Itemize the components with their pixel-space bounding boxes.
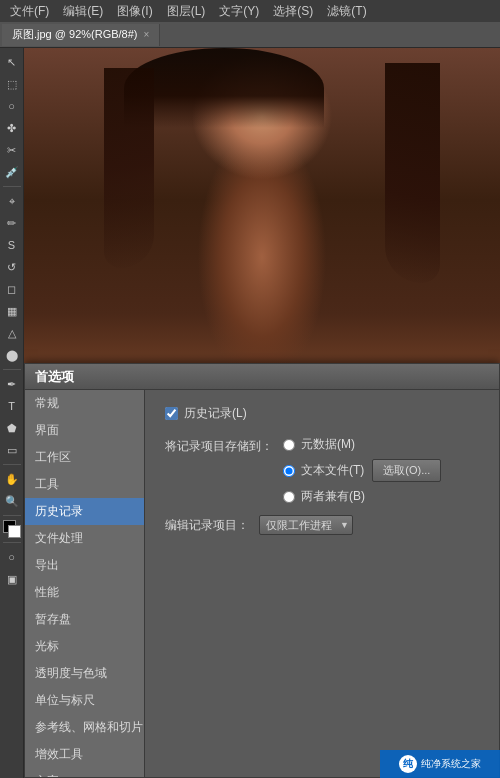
tool-hand[interactable]: ✋ [2,469,22,489]
tool-quick-mask[interactable]: ○ [2,547,22,567]
tool-history-brush[interactable]: ↺ [2,257,22,277]
dialog-sidebar: 常规 界面 工作区 工具 历史记录 文件处理 导出 性能 暂存盘 光标 透明度与… [25,390,145,777]
menu-item-select[interactable]: 选择(S) [267,1,319,22]
edit-items-dropdown[interactable]: 仅限工作进程 会话 详细 [259,515,353,535]
menu-bar: 文件(F) 编辑(E) 图像(I) 图层(L) 文字(Y) 选择(S) 滤镜(T… [0,0,500,22]
tool-spot-heal[interactable]: ⌖ [2,191,22,211]
canvas-area: 首选项 常规 界面 工作区 工具 历史记录 文件处理 导出 性能 暂存盘 光标 … [24,48,500,778]
sidebar-item-workspace[interactable]: 工作区 [25,444,144,471]
tool-screen-mode[interactable]: ▣ [2,569,22,589]
tab-bar: 原图.jpg @ 92%(RGB/8#) × [0,22,500,48]
sidebar-item-history[interactable]: 历史记录 [25,498,144,525]
history-log-row: 历史记录(L) [165,405,479,422]
sidebar-item-interface[interactable]: 界面 [25,417,144,444]
history-log-label[interactable]: 历史记录(L) [165,405,247,422]
tab-active[interactable]: 原图.jpg @ 92%(RGB/8#) × [2,24,160,46]
sidebar-item-tools[interactable]: 工具 [25,471,144,498]
sidebar-item-type[interactable]: 文字 [25,768,144,777]
both-label[interactable]: 两者兼有(B) [283,488,365,505]
edit-items-dropdown-wrapper: 仅限工作进程 会话 详细 ▼ [259,515,353,535]
sidebar-item-guides[interactable]: 参考线、网格和切片 [25,714,144,741]
save-to-section: 将记录项目存储到： 元数据(M) [165,436,479,505]
watermark-text: 纯净系统之家 [421,757,481,771]
meta-data-label[interactable]: 元数据(M) [283,436,355,453]
tool-stamp[interactable]: S [2,235,22,255]
tab-label: 原图.jpg @ 92%(RGB/8#) [12,27,138,42]
tool-brush[interactable]: ✏ [2,213,22,233]
tool-pen[interactable]: ✒ [2,374,22,394]
radio-options-group: 元数据(M) 文本文件(T) 选取(O)... [283,436,479,505]
meta-data-text: 元数据(M) [301,436,355,453]
tool-dodge[interactable]: ⬤ [2,345,22,365]
dialog-title: 首选项 [35,368,74,386]
tool-eraser[interactable]: ◻ [2,279,22,299]
toolbar-separator-4 [3,515,21,516]
menu-item-image[interactable]: 图像(I) [111,1,158,22]
tool-path-selection[interactable]: ⬟ [2,418,22,438]
tool-blur[interactable]: △ [2,323,22,343]
tool-move[interactable]: ↖ [2,52,22,72]
foreground-background-colors[interactable] [3,520,21,538]
tab-close-button[interactable]: × [144,30,150,40]
both-radio[interactable] [283,491,295,503]
sidebar-item-cursor[interactable]: 光标 [25,633,144,660]
edit-items-section: 编辑记录项目： 仅限工作进程 会话 详细 ▼ [165,515,479,535]
main-area: ↖ ⬚ ○ ✤ ✂ 💉 ⌖ ✏ S ↺ ◻ ▦ △ ⬤ ✒ T ⬟ ▭ ✋ 🔍 … [0,48,500,778]
tool-crop[interactable]: ✂ [2,140,22,160]
tool-zoom[interactable]: 🔍 [2,491,22,511]
text-file-label[interactable]: 文本文件(T) [283,462,364,479]
hair-right [385,63,440,283]
select-button[interactable]: 选取(O)... [372,459,441,482]
toolbar-separator-1 [3,186,21,187]
watermark: 纯 纯净系统之家 [380,750,500,778]
watermark-icon-text: 纯 [403,757,413,771]
menu-item-filter[interactable]: 滤镜(T) [321,1,372,22]
text-file-radio[interactable] [283,465,295,477]
toolbar-separator-2 [3,369,21,370]
text-file-text: 文本文件(T) [301,462,364,479]
tool-eyedropper[interactable]: 💉 [2,162,22,182]
meta-data-radio[interactable] [283,439,295,451]
hair-top [124,48,324,128]
tool-text[interactable]: T [2,396,22,416]
tool-gradient[interactable]: ▦ [2,301,22,321]
tool-quick-select[interactable]: ✤ [2,118,22,138]
menu-item-layer[interactable]: 图层(L) [161,1,212,22]
preferences-dialog: 首选项 常规 界面 工作区 工具 历史记录 文件处理 导出 性能 暂存盘 光标 … [24,363,500,778]
history-log-text: 历史记录(L) [184,405,247,422]
toolbar-separator-3 [3,464,21,465]
menu-item-edit[interactable]: 编辑(E) [57,1,109,22]
sidebar-item-units[interactable]: 单位与标尺 [25,687,144,714]
watermark-icon: 纯 [399,755,417,773]
history-log-checkbox[interactable] [165,407,178,420]
menu-item-file[interactable]: 文件(F) [4,1,55,22]
meta-data-row: 元数据(M) [283,436,479,453]
tool-marquee[interactable]: ⬚ [2,74,22,94]
menu-item-text[interactable]: 文字(Y) [213,1,265,22]
toolbar-separator-5 [3,542,21,543]
sidebar-item-scratch[interactable]: 暂存盘 [25,606,144,633]
text-file-row: 文本文件(T) 选取(O)... [283,459,479,482]
dialog-title-bar: 首选项 [25,364,499,390]
both-text: 两者兼有(B) [301,488,365,505]
sidebar-item-plugins[interactable]: 增效工具 [25,741,144,768]
left-toolbar: ↖ ⬚ ○ ✤ ✂ 💉 ⌖ ✏ S ↺ ◻ ▦ △ ⬤ ✒ T ⬟ ▭ ✋ 🔍 … [0,48,24,778]
sidebar-item-general[interactable]: 常规 [25,390,144,417]
dialog-body: 常规 界面 工作区 工具 历史记录 文件处理 导出 性能 暂存盘 光标 透明度与… [25,390,499,777]
tool-shape[interactable]: ▭ [2,440,22,460]
hair-left [104,68,154,268]
dialog-content: 历史记录(L) 将记录项目存储到： 元数据(M) [145,390,499,777]
edit-items-label: 编辑记录项目： [165,517,249,534]
background-color[interactable] [8,525,21,538]
sidebar-item-export[interactable]: 导出 [25,552,144,579]
tool-lasso[interactable]: ○ [2,96,22,116]
sidebar-item-filehandling[interactable]: 文件处理 [25,525,144,552]
sidebar-item-performance[interactable]: 性能 [25,579,144,606]
both-row: 两者兼有(B) [283,488,479,505]
save-to-label: 将记录项目存储到： [165,436,273,455]
sidebar-item-transparency[interactable]: 透明度与色域 [25,660,144,687]
